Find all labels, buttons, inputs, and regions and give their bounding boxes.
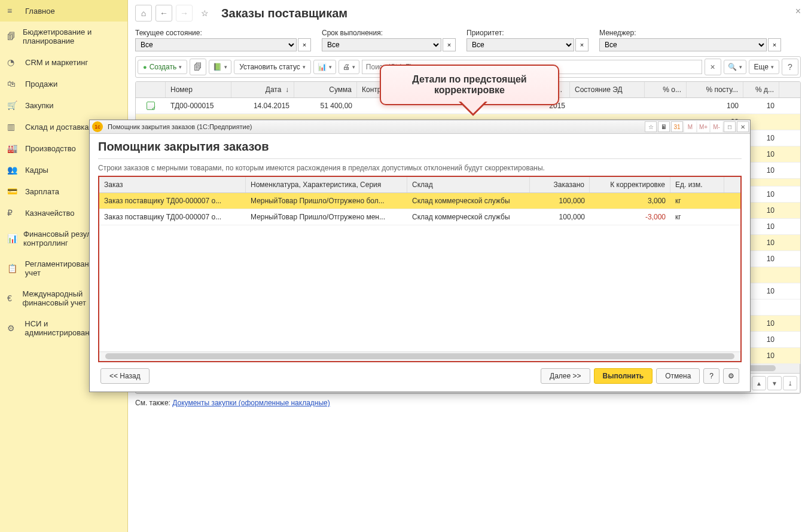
modal-titlebar[interactable]: 1c Помощник закрытия заказов (1С:Предпри… — [90, 120, 750, 134]
close-modal-icon[interactable]: ✕ — [737, 121, 749, 132]
export-button[interactable]: 📗 — [209, 60, 231, 74]
next-button[interactable]: Далее >> — [541, 368, 590, 384]
modal-title: Помощник закрытия заказов — [98, 140, 742, 159]
max-icon[interactable]: □ — [724, 121, 736, 132]
filter-manager-clear[interactable]: × — [768, 38, 781, 51]
forward-icon[interactable]: → — [176, 5, 193, 22]
sidebar-label-7: Кадры — [25, 166, 48, 175]
modal-window-title: Помощник закрытия заказов (1С:Предприяти… — [105, 121, 644, 132]
sidebar-item-4[interactable]: 🛒Закупки — [0, 94, 127, 116]
star-icon[interactable]: ☆ — [196, 5, 213, 22]
mem-mminus[interactable]: M- — [711, 121, 722, 132]
sidebar-item-0[interactable]: ≡Главное — [0, 0, 127, 22]
filter-manager-label: Менеджер: — [599, 29, 781, 37]
more-button[interactable]: Еще — [749, 60, 779, 74]
filter-priority-label: Приоритет: — [466, 29, 589, 37]
sidebar-label-6: Производство — [25, 144, 76, 153]
see-also: См. также: Документы закупки (оформленны… — [135, 399, 801, 407]
sidebar-label-5: Склад и доставка — [25, 123, 89, 132]
mem-m[interactable]: M — [684, 121, 696, 132]
help-icon[interactable]: ? — [782, 59, 798, 75]
sidebar-label-3: Продажи — [25, 80, 57, 88]
modal-settings-button[interactable]: ⚙ — [723, 368, 739, 384]
mcol-corr[interactable]: К корректировке — [590, 177, 670, 192]
mcol-unit[interactable]: Ед. изм. — [670, 177, 724, 192]
col-sum[interactable]: Сумма — [294, 82, 357, 97]
modal-row[interactable]: Заказ поставщику ТД00-000007 о... Мерный… — [99, 209, 740, 225]
calendar-icon[interactable]: 31 — [671, 121, 683, 132]
modal-info: Строки заказов с мерными товарами, по ко… — [98, 164, 742, 172]
sidebar-icon-8: 💳 — [7, 186, 19, 196]
sidebar-item-1[interactable]: 🗐Бюджетирование и планирование — [0, 22, 127, 51]
back-button[interactable]: << Назад — [100, 368, 150, 384]
fav-icon[interactable]: ☆ — [645, 121, 657, 132]
annotation-callout: Детали по предстоящей корректировке — [380, 65, 559, 105]
close-icon[interactable]: × — [795, 6, 801, 17]
filter-manager-select[interactable]: Все — [599, 38, 767, 51]
search-clear[interactable]: × — [705, 59, 721, 75]
filter-priority-select[interactable]: Все — [466, 38, 574, 51]
back-icon[interactable]: ← — [155, 5, 172, 22]
col-po[interactable]: % о... — [645, 82, 687, 97]
app-icon: 1c — [92, 121, 103, 132]
sidebar-icon-2: ◔ — [7, 57, 19, 67]
wizard-modal: 1c Помощник закрытия заказов (1С:Предпри… — [89, 120, 751, 392]
sidebar-icon-7: 👥 — [7, 165, 19, 175]
sidebar-icon-4: 🛒 — [7, 100, 19, 110]
col-date[interactable]: Дата ↓ — [231, 82, 294, 97]
mem-mplus[interactable]: M+ — [697, 121, 709, 132]
home-icon[interactable]: ⌂ — [135, 5, 152, 22]
sidebar-icon-11: 📋 — [7, 264, 19, 273]
modal-row[interactable]: Заказ поставщику ТД00-000007 о... Мерный… — [99, 193, 740, 209]
sidebar-label-8: Зарплата — [25, 187, 59, 196]
mcol-order[interactable]: Заказ — [99, 177, 246, 192]
col-pp[interactable]: % посту... — [687, 82, 743, 97]
sidebar-icon-12: € — [7, 293, 17, 303]
mcol-ordered[interactable]: Заказано — [530, 177, 590, 192]
modal-help-button[interactable]: ? — [703, 368, 719, 384]
execute-button[interactable]: Выполнить — [594, 368, 653, 384]
calc-icon[interactable]: 🖩 — [658, 121, 670, 132]
filters: Текущее состояние: Все × Срок выполнения… — [135, 29, 801, 51]
scroll-up-icon[interactable]: ▲ — [752, 376, 766, 390]
print-button[interactable]: 🖨 — [339, 60, 359, 74]
col-pd[interactable]: % д... — [743, 82, 779, 97]
filter-due-select[interactable]: Все — [322, 38, 441, 51]
sidebar-item-2[interactable]: ◔CRM и маркетинг — [0, 51, 127, 73]
report-button[interactable]: 📊 — [313, 60, 336, 74]
sidebar-item-3[interactable]: 🛍Продажи — [0, 73, 127, 94]
sidebar-label-9: Казначейство — [25, 209, 74, 218]
sidebar-label-0: Главное — [25, 7, 55, 16]
sidebar-icon-6: 🏭 — [7, 143, 19, 153]
filter-state-clear[interactable]: × — [298, 38, 311, 51]
modal-h-scrollbar[interactable] — [99, 351, 740, 361]
scroll-bottom-icon[interactable]: ⤓ — [783, 376, 797, 390]
filter-state-label: Текущее состояние: — [135, 29, 311, 37]
sidebar-label-4: Закупки — [25, 101, 53, 110]
page-title: Заказы поставщикам — [221, 7, 347, 20]
modal-grid: Заказ Номенклатура, Характеристика, Сери… — [98, 176, 742, 362]
sidebar-icon-9: ₽ — [7, 208, 19, 218]
doc-icon — [147, 102, 155, 110]
sidebar-icon-5: ▥ — [7, 122, 19, 132]
sidebar-icon-1: 🗐 — [7, 32, 17, 41]
mcol-whs[interactable]: Склад — [407, 177, 530, 192]
filter-due-clear[interactable]: × — [443, 38, 456, 51]
sidebar-label-1: Бюджетирование и планирование — [23, 27, 120, 45]
mcol-nom[interactable]: Номенклатура, Характеристика, Серия — [246, 177, 407, 192]
filter-priority-clear[interactable]: × — [575, 38, 589, 51]
col-number[interactable]: Номер — [166, 82, 231, 97]
set-status-button[interactable]: Установить статус — [234, 60, 311, 74]
filter-due-label: Срок выполнения: — [322, 29, 456, 37]
find-button[interactable]: 🔍 — [724, 60, 746, 74]
col-ed[interactable]: Состояние ЭД — [570, 82, 645, 97]
cancel-button[interactable]: Отмена — [656, 368, 700, 384]
nav-toolbar: ⌂ ← → ☆ Заказы поставщикам — [135, 5, 801, 22]
sidebar-label-2: CRM и маркетинг — [25, 58, 88, 67]
scroll-down-icon[interactable]: ▼ — [767, 376, 782, 390]
copy-icon[interactable]: 🗐 — [190, 59, 206, 75]
sidebar-icon-3: 🛍 — [7, 79, 19, 88]
create-button[interactable]: Создать — [138, 60, 187, 74]
filter-state-select[interactable]: Все — [135, 38, 297, 51]
see-also-link[interactable]: Документы закупки (оформленные накладные… — [172, 399, 330, 407]
